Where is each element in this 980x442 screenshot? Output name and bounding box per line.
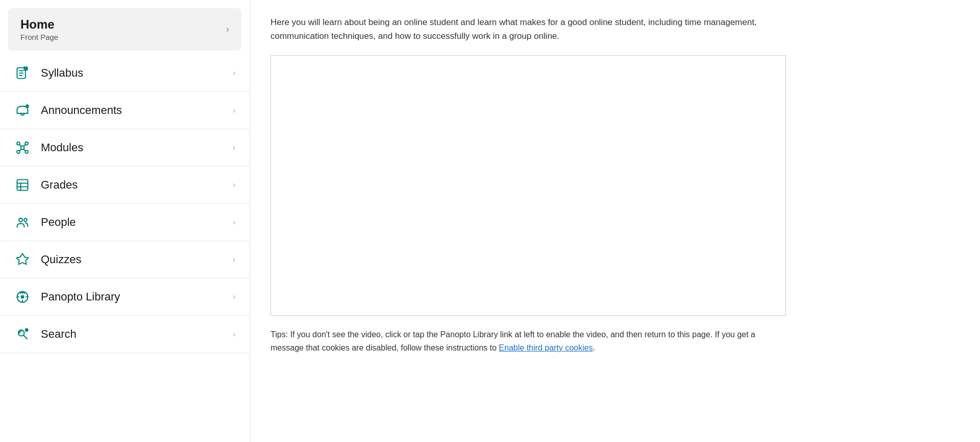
home-subtitle: Front Page [20,33,58,41]
home-title: Home [20,17,58,32]
svg-line-12 [23,145,26,147]
grades-icon [14,177,31,193]
syllabus-label: Syllabus [41,66,83,80]
modules-icon [14,139,31,156]
svg-point-29 [25,328,29,332]
tips-text: Tips: If you don't see the video, click … [271,328,771,354]
panopto-label: Panopto Library [41,290,120,304]
search-nav-icon [14,326,31,342]
sidebar-item-home[interactable]: Home Front Page › [8,8,241,51]
svg-point-19 [19,218,22,222]
sidebar-item-announcements[interactable]: Announcements › [0,92,250,129]
grades-label: Grades [41,178,78,192]
syllabus-chevron-icon: › [233,68,235,78]
quizzes-label: Quizzes [41,253,81,266]
quizzes-chevron-icon: › [233,255,235,264]
sidebar-item-syllabus[interactable]: Syllabus › [0,55,250,92]
announcements-icon [14,102,31,119]
search-label: Search [41,328,77,341]
search-chevron-icon: › [233,330,235,339]
main-content: Here you will learn about being an onlin… [250,0,980,442]
sidebar-item-people[interactable]: People › [0,204,250,241]
svg-line-13 [19,149,21,151]
announcements-chevron-icon: › [233,106,235,115]
people-icon [14,214,31,230]
svg-rect-4 [23,66,28,71]
svg-point-26 [21,295,24,299]
sidebar-item-panopto[interactable]: Panopto Library › [0,278,250,316]
grades-chevron-icon: › [233,180,235,190]
svg-rect-15 [17,180,28,191]
svg-line-11 [19,145,21,147]
intro-text: Here you will learn about being an onlin… [271,15,771,43]
panopto-icon [14,289,31,305]
svg-line-28 [23,335,27,339]
svg-point-20 [24,218,27,221]
sidebar-item-grades[interactable]: Grades › [0,167,250,204]
people-chevron-icon: › [233,218,235,227]
enable-cookies-link[interactable]: Enable third party cookies [499,343,593,352]
svg-point-5 [26,104,29,108]
sidebar: Home Front Page › Syllabus › [0,0,250,442]
svg-line-14 [23,149,26,151]
sidebar-item-search[interactable]: Search › [0,316,250,353]
modules-label: Modules [41,141,83,154]
video-embed[interactable] [271,55,786,316]
syllabus-icon [14,65,31,81]
panopto-chevron-icon: › [233,292,235,301]
home-chevron-icon: › [226,24,229,35]
announcements-label: Announcements [41,104,122,117]
people-label: People [41,216,76,229]
sidebar-item-quizzes[interactable]: Quizzes › [0,241,250,278]
modules-chevron-icon: › [233,143,235,152]
quizzes-icon [14,251,31,268]
sidebar-item-modules[interactable]: Modules › [0,129,250,167]
